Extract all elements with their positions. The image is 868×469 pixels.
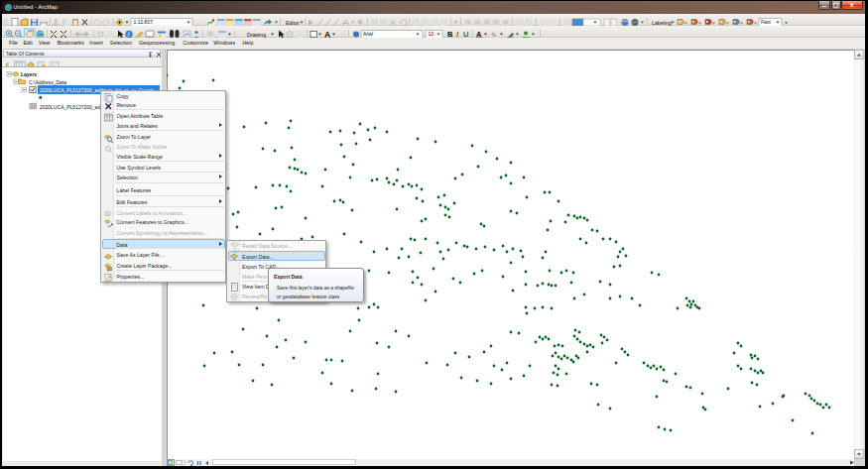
svg-text:Fast: Fast <box>761 19 771 25</box>
svg-text:Arial: Arial <box>363 31 373 37</box>
svg-text:1:12.807: 1:12.807 <box>133 19 153 25</box>
svg-text:Editor: Editor <box>286 19 300 25</box>
svg-text:Drawing: Drawing <box>247 32 266 38</box>
svg-text:10: 10 <box>428 31 434 37</box>
svg-text:Labeling: Labeling <box>652 19 672 25</box>
